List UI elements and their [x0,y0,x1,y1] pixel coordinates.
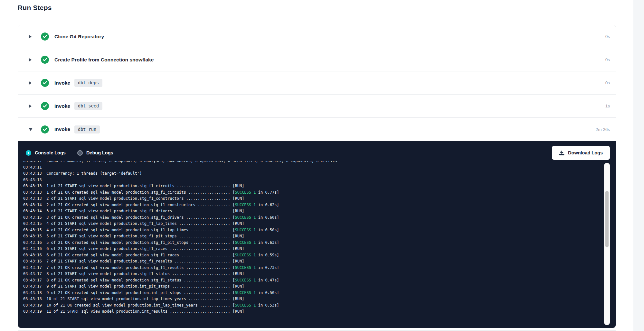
log-message: 6 of 21 START sql view model production.… [42,246,235,251]
log-message: 3 of 21 OK created sql view model produc… [42,215,235,220]
log-message [42,165,46,170]
log-status-tail: in 0.50s] [256,290,279,295]
step-row-5[interactable]: Invokedbt run2m 26s [18,118,616,141]
log-timestamp: 03:43:18 [23,297,42,301]
chevron-shape [29,128,33,131]
chevron-down-icon[interactable] [29,128,34,131]
check-circle-icon [41,32,49,41]
log-message: 6 of 21 OK created sql view model produc… [42,253,235,257]
step-duration: 0s [605,57,610,62]
log-timestamp: 03:43:13 [23,190,42,195]
log-line: 03:43:13 1 of 21 OK created sql view mod… [23,189,601,196]
log-message: 4 of 21 START sql view model production.… [42,221,235,226]
log-status-tail: RUN] [235,184,244,188]
log-message: Concurrency: 1 threads (target='default'… [42,171,142,176]
log-status-tail: RUN] [235,297,244,301]
chevron-right-icon[interactable] [29,35,34,39]
log-line: 03:43:13 [23,177,601,183]
step-command-badge: dbt run [74,125,100,133]
log-status-tail: in 0.59s] [256,253,279,257]
download-logs-button[interactable]: Download Logs [552,146,610,160]
log-message [42,178,46,182]
log-line: 03:43:15 4 of 21 OK created sql view mod… [23,227,601,234]
log-timestamp: 03:43:13 [23,184,42,188]
log-status-success: SUCCESS 1 [235,203,256,207]
log-message: 8 of 21 OK created sql view model produc… [42,278,235,282]
log-line: 03:43:14 3 of 21 START sql view model pr… [23,208,601,215]
log-timestamp: 03:43:19 [23,309,42,314]
debug-logs-radio[interactable]: Debug Logs [77,150,113,156]
radio-unselected-icon[interactable] [77,150,83,156]
chevron-right-icon[interactable] [29,58,34,62]
log-timestamp: 03:43:17 [23,271,42,276]
step-row-2[interactable]: Create Profile from Connection snowflake… [18,48,616,71]
log-status-success: SUCCESS 1 [235,215,256,220]
console-logs-radio[interactable]: Console Logs [26,150,66,156]
log-message: 7 of 21 OK created sql view model produc… [42,265,235,270]
log-line: 03:43:13 2 of 21 START sql view model pr… [23,196,601,202]
log-status-success: SUCCESS 1 [235,303,256,308]
console-log-output: 03:43:11 Found 21 models, 17 tests, 0 sn… [23,161,601,325]
log-line: 03:43:17 9 of 21 START sql view model pr… [23,283,601,290]
console-scrollbar-track[interactable] [604,163,610,325]
log-timestamp: 03:43:15 [23,234,42,238]
log-status-success: SUCCESS 1 [235,240,256,245]
step-duration: 1s [605,104,610,108]
step-list: Clone Git Repository0sCreate Profile fro… [18,25,616,141]
log-status-success: SUCCESS 1 [235,290,256,295]
run-steps-card: Clone Git Repository0sCreate Profile fro… [18,25,616,328]
log-message: 10 of 21 START sql view model production… [42,297,235,301]
log-line: 03:43:18 10 of 21 START sql view model p… [23,296,601,302]
step-label: Clone Git Repository [54,34,104,40]
log-line: 03:43:16 6 of 21 START sql view model pr… [23,246,601,252]
log-status-tail: in 0.77s] [256,190,279,195]
log-message: 9 of 21 OK created sql view model produc… [42,290,235,295]
log-line: 03:43:17 8 of 21 OK created sql view mod… [23,277,601,284]
log-timestamp: 03:43:14 [23,203,42,207]
chevron-right-icon[interactable] [29,104,34,108]
log-timestamp: 03:43:11 [23,165,42,170]
log-line: 03:43:16 7 of 21 START sql view model pr… [23,258,601,265]
step-label: Create Profile from Connection snowflake [54,57,154,63]
console-scrollbar-thumb[interactable] [605,191,609,247]
chevron-shape [29,104,32,108]
log-message: 4 of 21 OK created sql view model produc… [42,228,235,232]
log-status-tail: RUN] [235,309,244,314]
log-line: 03:43:16 5 of 21 OK created sql view mod… [23,240,601,246]
step-label: Invoke [54,103,70,109]
log-line: 03:43:19 11 of 21 START sql view model p… [23,308,601,315]
log-timestamp: 03:43:13 [23,171,42,176]
log-status-tail: RUN] [235,246,244,251]
check-circle-icon [41,56,49,64]
log-timestamp: 03:43:15 [23,215,42,220]
download-icon [559,150,564,156]
step-duration: 0s [605,34,610,39]
download-logs-label: Download Logs [568,150,603,155]
log-status-tail: RUN] [235,259,244,263]
log-status-tail: in 0.63s] [256,240,279,245]
radio-selected-icon[interactable] [26,150,31,156]
log-message: 5 of 21 START sql view model production.… [42,234,235,238]
log-timestamp: 03:43:17 [23,284,42,289]
chevron-shape [29,35,32,39]
console-panel: Console Logs Debug Logs Download Logs 03… [18,141,616,328]
log-timestamp: 03:43:13 [23,196,42,201]
step-row-1[interactable]: Clone Git Repository0s [18,25,616,48]
log-status-tail: RUN] [235,196,244,201]
log-timestamp: 03:43:16 [23,240,42,245]
log-status-tail: in 0.50s] [256,228,279,232]
log-line: 03:43:13 Concurrency: 1 threads (target=… [23,170,601,177]
log-timestamp: 03:43:13 [23,178,42,182]
log-status-success: SUCCESS 1 [235,190,256,195]
chevron-right-icon[interactable] [29,81,34,85]
log-timestamp: 03:43:16 [23,253,42,257]
log-message: 2 of 21 START sql view model production.… [42,196,235,201]
log-timestamp: 03:43:17 [23,265,42,270]
step-row-3[interactable]: Invokedbt deps0s [18,71,616,95]
check-circle-icon [41,79,49,87]
log-timestamp: 03:43:14 [23,209,42,213]
log-line: 03:43:15 3 of 21 OK created sql view mod… [23,215,601,221]
step-row-4[interactable]: Invokedbt seed1s [18,95,616,118]
log-line: 03:43:16 6 of 21 OK created sql view mod… [23,252,601,259]
step-command-badge: dbt seed [74,102,102,110]
